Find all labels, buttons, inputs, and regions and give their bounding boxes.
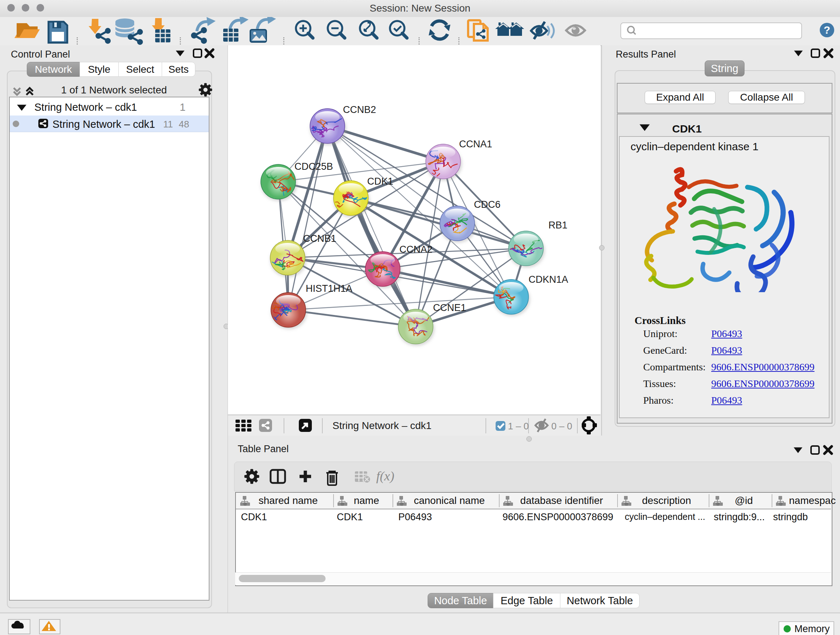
svg-text:CDKN1A: CDKN1A: [529, 274, 568, 285]
svg-text:CDC25B: CDC25B: [294, 161, 333, 172]
svg-text:RB1: RB1: [548, 220, 568, 231]
svg-text:CCNE1: CCNE1: [433, 302, 466, 313]
svg-text:CCNB2: CCNB2: [343, 104, 376, 115]
svg-text:CCNA2: CCNA2: [399, 244, 433, 255]
svg-text:CDK1: CDK1: [367, 176, 393, 187]
svg-text:CCNB1: CCNB1: [303, 233, 336, 244]
svg-text:HIST1H1A: HIST1H1A: [306, 283, 352, 294]
svg-text:CCNA1: CCNA1: [459, 139, 493, 149]
svg-text:CDC6: CDC6: [474, 199, 501, 210]
